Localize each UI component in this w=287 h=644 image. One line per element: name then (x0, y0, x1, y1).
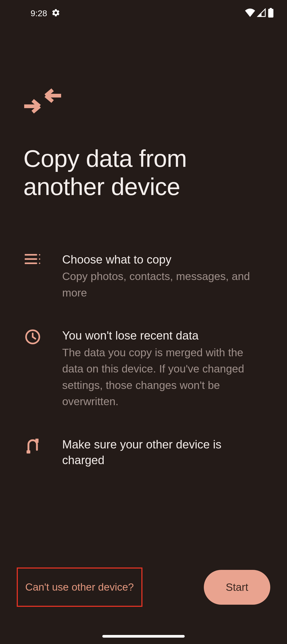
status-bar: 9:28 (0, 0, 287, 27)
info-text: Choose what to copy Copy photos, contact… (62, 252, 264, 301)
cable-icon (23, 438, 42, 454)
info-title: Choose what to copy (62, 252, 264, 267)
list-icon (23, 253, 42, 265)
main-content: Copy data from another device Choose wha… (0, 88, 287, 468)
svg-rect-18 (35, 439, 39, 443)
footer: Can't use other device? Start (0, 567, 287, 607)
navigation-handle[interactable] (102, 635, 185, 638)
svg-point-11 (39, 254, 40, 255)
info-text: Make sure your other device is charged (62, 437, 264, 468)
info-title: You won't lose recent data (62, 328, 264, 343)
info-row-choose: Choose what to copy Copy photos, contact… (23, 252, 264, 301)
status-left: 9:28 (31, 8, 60, 18)
cant-use-device-button[interactable]: Can't use other device? (17, 567, 142, 607)
svg-line-16 (33, 337, 35, 339)
wifi-icon (245, 9, 255, 18)
cellular-signal-icon (257, 8, 266, 18)
info-row-charged: Make sure your other device is charged (23, 437, 264, 468)
start-button[interactable]: Start (204, 570, 270, 605)
info-row-data: You won't lose recent data The data you … (23, 328, 264, 410)
page-title: Copy data from another device (23, 145, 264, 201)
svg-point-13 (39, 262, 40, 264)
svg-point-12 (39, 258, 40, 260)
svg-rect-17 (27, 450, 30, 454)
transfer-arrows-icon (23, 88, 264, 115)
clock-icon (23, 329, 42, 345)
battery-icon (268, 8, 274, 19)
info-text: You won't lose recent data The data you … (62, 328, 264, 410)
info-subtitle: Copy photos, contacts, messages, and mor… (62, 268, 264, 301)
status-right (245, 8, 274, 19)
status-time: 9:28 (31, 9, 47, 18)
info-title: Make sure your other device is charged (62, 437, 264, 468)
info-subtitle: The data you copy is merged with the dat… (62, 345, 264, 410)
svg-rect-0 (268, 9, 273, 18)
settings-gear-icon (51, 8, 60, 18)
svg-rect-1 (270, 8, 272, 9)
